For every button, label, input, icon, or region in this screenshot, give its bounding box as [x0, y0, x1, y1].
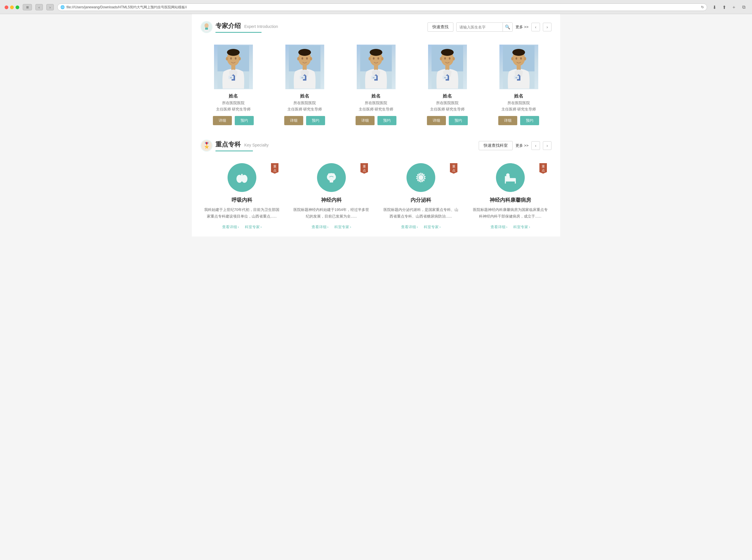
specialty-detail-link[interactable]: 查看详细 › [311, 224, 328, 229]
specialty-title-text: 重点专科 Key Specialty [216, 140, 269, 152]
doctor-detail-btn[interactable]: 详细 [284, 116, 303, 125]
doctor-buttons: 详细预约 [284, 116, 325, 125]
svg-text:ID: ID [302, 77, 304, 79]
chevron-right-icon: › [529, 225, 530, 229]
svg-point-23 [302, 57, 303, 60]
doctor-appt-btn[interactable]: 预约 [235, 116, 254, 125]
share-btn[interactable]: ⬆ [720, 4, 728, 11]
doctor-appt-btn[interactable]: 预约 [449, 116, 468, 125]
specialty-desc: 我科始建于上世纪70年代初，目前为卫生部国家重点专科建设项目单位，山西省重点..… [201, 206, 283, 220]
expert-title-area: 专家介绍 Expert Introduction [201, 21, 278, 33]
specialty-desc: 医院标题内分泌代谢科，是国家重点专科、山西省重点专科、山西省糖尿病防治.....… [380, 206, 462, 220]
expert-search-btn[interactable]: 🔍 [503, 23, 512, 32]
svg-text:ID: ID [373, 77, 375, 79]
svg-point-46 [441, 49, 454, 56]
specialty-detail-link[interactable]: 查看详细 › [490, 224, 507, 229]
expert-next-btn[interactable]: › [543, 23, 551, 32]
specialty-expert-link[interactable]: 科室专家 › [424, 224, 441, 229]
doctor-card: ID 姓名所在医院医院主任医师 研究生导师详细预约 [486, 42, 551, 128]
new-tab-btn[interactable]: ＋ [730, 4, 738, 11]
doctor-photo: ID [428, 45, 467, 89]
specialty-name: 内分泌科 [410, 197, 431, 203]
doctor-appt-btn[interactable]: 预约 [306, 116, 325, 125]
specialty-icon-circle [317, 163, 346, 192]
expert-prev-btn[interactable]: ‹ [531, 23, 540, 32]
svg-point-35 [381, 57, 384, 60]
download-btn[interactable]: ⬇ [711, 4, 718, 11]
doctor-detail-btn[interactable]: 详细 [427, 116, 446, 125]
svg-point-59 [512, 49, 525, 56]
refresh-icon[interactable]: ↻ [701, 5, 704, 9]
expert-more-btn[interactable]: 更多 >> [515, 24, 528, 29]
doctor-appt-btn[interactable]: 预约 [378, 116, 397, 125]
traffic-lights [5, 5, 19, 9]
svg-point-10 [230, 57, 232, 60]
expert-section: 专家介绍 Expert Introduction 快速查找 🔍 更多 >> ‹ … [201, 21, 551, 128]
specialty-name: 呼吸内科 [231, 197, 252, 203]
doctor-name: 姓名 [371, 93, 381, 99]
doctor-detail-btn[interactable]: 详细 [355, 116, 374, 125]
specialty-title-underline [216, 151, 253, 152]
svg-rect-73 [241, 174, 243, 179]
svg-point-7 [227, 49, 240, 56]
doctor-buttons: 详细预约 [213, 116, 254, 125]
doctor-detail-btn[interactable]: 详细 [213, 116, 232, 125]
svg-point-24 [306, 57, 308, 60]
key-badge: 重点 [361, 163, 368, 174]
svg-rect-80 [505, 181, 506, 184]
specialty-expert-link[interactable]: 科室专家 › [245, 224, 262, 229]
address-bar[interactable]: 🌐 file:///Users/janewang/Downloads/HTML5… [57, 3, 707, 11]
specialty-detail-link[interactable]: 查看详细 › [401, 224, 418, 229]
svg-point-61 [524, 57, 526, 60]
svg-text:ID: ID [230, 77, 232, 79]
specialty-next-btn[interactable]: › [543, 141, 551, 150]
doctor-card: ID 姓名所在医院医院主任医师 研究生导师详细预约 [272, 42, 338, 128]
doctor-appt-btn[interactable]: 预约 [520, 116, 539, 125]
doctor-buttons: 详细预约 [498, 116, 539, 125]
svg-point-37 [378, 57, 379, 60]
specialty-more-btn[interactable]: 更多 >> [515, 143, 528, 148]
specialty-desc: 医院标题神经内科康馨病房为国家临床重点专科神经内科干部保健病房，成立于.....… [469, 206, 551, 220]
specialty-section: 🎖️ 重点专科 Key Specialty 快速查找科室 更多 >> ‹ › [201, 140, 551, 229]
specialty-section-header: 🎖️ 重点专科 Key Specialty 快速查找科室 更多 >> ‹ › [201, 140, 551, 152]
chevron-right-icon: › [350, 225, 351, 229]
back-btn[interactable]: ‹ [35, 4, 43, 11]
svg-point-33 [370, 49, 382, 56]
chevron-right-icon: › [238, 225, 239, 229]
specialty-prev-btn[interactable]: ‹ [531, 141, 540, 150]
specialty-prev-icon: ‹ [535, 143, 536, 148]
specialty-links: 查看详细 ›科室专家 › [222, 224, 262, 229]
specialty-expert-link[interactable]: 科室专家 › [334, 224, 351, 229]
doctor-detail-btn[interactable]: 详细 [498, 116, 517, 125]
doctor-name: 姓名 [443, 93, 452, 99]
lock-icon: 🌐 [60, 5, 65, 9]
doctor-hospital: 所在医院医院 [507, 100, 530, 106]
svg-point-1 [205, 23, 208, 28]
svg-point-63 [520, 57, 522, 60]
svg-rect-29 [303, 65, 307, 69]
specialty-detail-link[interactable]: 查看详细 › [222, 224, 239, 229]
expert-quick-search-btn[interactable]: 快速查找 [427, 22, 453, 32]
specialty-icon: 🎖️ [201, 140, 212, 152]
specialty-expert-link[interactable]: 科室专家 › [513, 224, 530, 229]
toolbar-right: ⬇ ⬆ ＋ ⧉ [711, 4, 747, 11]
doctor-title: 主任医师 研究生导师 [287, 107, 322, 112]
expert-title-en: Expert Introduction [244, 24, 278, 29]
minimize-window-btn[interactable] [10, 5, 14, 9]
expert-next-icon: › [547, 25, 548, 29]
sidebar-toggle-btn[interactable]: ⊞ [23, 4, 32, 11]
expert-section-header: 专家介绍 Expert Introduction 快速查找 🔍 更多 >> ‹ … [201, 21, 551, 33]
doctor-card: ID 姓名所在医院医院主任医师 研究生导师详细预约 [201, 42, 266, 128]
forward-btn[interactable]: › [46, 4, 54, 11]
browser-chrome: ⊞ ‹ › 🌐 file:///Users/janewang/Downloads… [0, 0, 752, 14]
doctor-name: 姓名 [514, 93, 523, 99]
specialty-quick-search-btn[interactable]: 快速查找科室 [479, 141, 513, 150]
copy-btn[interactable]: ⧉ [740, 4, 747, 11]
svg-rect-68 [517, 65, 521, 69]
close-window-btn[interactable] [5, 5, 8, 9]
fullscreen-window-btn[interactable] [16, 5, 19, 9]
svg-text:ID: ID [515, 77, 517, 79]
expert-search-input[interactable] [456, 23, 503, 32]
doctor-name: 姓名 [300, 93, 309, 99]
svg-point-20 [298, 49, 311, 56]
